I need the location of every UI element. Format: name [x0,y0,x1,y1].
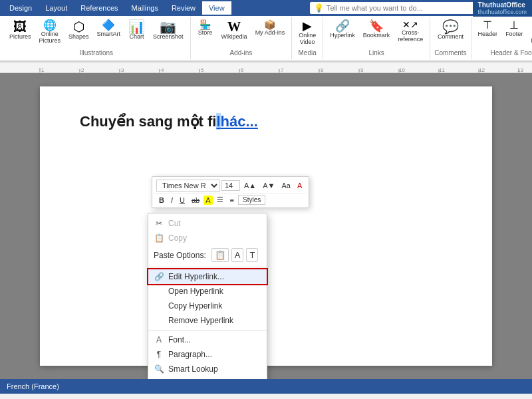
decrease-font-button[interactable]: A▼ [260,181,277,190]
context-menu-divider-2 [148,330,267,331]
text-before: Chuyển sang một fi [80,113,216,130]
bullets-button[interactable]: ☰ [214,195,226,205]
header-button[interactable]: ⊤ Header [475,19,501,39]
svg-text:10: 10 [399,67,405,73]
cross-reference-button[interactable]: ✕↗ Cross-reference [395,19,426,44]
svg-text:1: 1 [41,67,45,73]
wikipedia-button[interactable]: W Wikipedia [219,19,250,41]
paste-text-only-button[interactable]: T [246,248,258,262]
edit-hyperlink-menu-item[interactable]: 🔗 Edit Hyperlink... [148,269,267,284]
text-after: hác... [221,113,258,130]
search-lightbulb-icon: 💡 [314,3,324,13]
change-case-button[interactable]: Aa [279,181,293,190]
comment-button[interactable]: 💬 Comment [435,19,466,41]
ruler: 1 2 3 4 5 6 7 8 9 10 11 12 13 [0,61,532,73]
ribbon-group-comments: 💬 Comment Comments [430,17,471,59]
shapes-button[interactable]: ⬡ Shapes [66,19,92,41]
mini-toolbar-row2: B I U ab A ☰ ≡ Styles [154,194,307,206]
screenshot-button[interactable]: 📷 Screenshot [150,19,186,41]
my-addins-button[interactable]: 📦 My Add-ins [253,19,288,37]
underline-button[interactable]: U [177,196,188,205]
remove-hyperlink-menu-item[interactable]: Remove Hyperlink [148,313,267,328]
illustrations-group-label: Illustrations [80,49,114,58]
tab-view[interactable]: View [202,1,231,15]
cut-label: Cut [168,219,260,228]
ribbon-body: 🖼 Pictures 🌐 OnlinePictures ⬡ Shapes 🔷 S… [0,16,532,61]
font-size-input[interactable] [221,180,240,191]
open-hyperlink-menu-item[interactable]: Open Hyperlink [148,284,267,299]
bold-button[interactable]: B [156,196,167,205]
tab-design[interactable]: Design [3,1,39,15]
footer-button[interactable]: ⊥ Footer [503,19,525,39]
copy-label: Copy [168,233,260,243]
context-menu-divider-1 [148,267,267,267]
shapes-label: Shapes [68,33,89,40]
header-footer-group-label: Header & Footer [490,49,532,58]
svg-text:2: 2 [81,67,84,73]
smart-lookup-menu-item[interactable]: 🔍 Smart Lookup [148,362,267,376]
paragraph-label: Paragraph... [168,350,260,359]
footer-label: Footer [505,31,523,37]
cross-reference-label: Cross-reference [398,29,423,43]
status-bar: French (France) [0,379,532,394]
links-group-label: Links [369,49,384,58]
highlight-button[interactable]: A [203,196,212,205]
cut-menu-item[interactable]: ✂ Cut [148,216,267,231]
synonyms-menu-item[interactable]: Synonyms ▶ [148,376,267,379]
font-menu-item[interactable]: A Font... [148,332,267,347]
copy-hyperlink-menu-item[interactable]: Copy Hyperlink [148,299,267,313]
screenshot-label: Screenshot [153,33,184,40]
svg-text:4: 4 [161,67,164,73]
font-color-button[interactable]: A [295,181,305,190]
logo-area: ThuthuatOffice thuthuatoffice.com [473,0,532,17]
my-addins-label: My Add-ins [255,29,285,36]
pictures-label: Pictures [9,33,31,40]
font-icon: A [154,335,164,344]
logo-sub: thuthuatoffice.com [478,9,527,15]
hyperlink-button[interactable]: 🔗 Hyperlink [327,19,358,40]
numbering-button[interactable]: ≡ [227,196,237,205]
online-video-button[interactable]: ▶ OnlineVideo [296,19,319,47]
smart-lookup-icon: 🔍 [154,364,164,374]
paste-merge-button[interactable]: A [231,248,244,262]
tab-references[interactable]: References [74,1,124,15]
smartart-label: SmartArt [97,31,121,37]
ribbon-tabs: Design Layout References Mailings Review… [0,1,234,15]
online-pictures-button[interactable]: 🌐 OnlinePictures [37,19,64,45]
tab-mailings[interactable]: Mailings [125,1,165,15]
svg-text:3: 3 [121,67,124,73]
increase-font-button[interactable]: A▲ [241,181,259,190]
pictures-button[interactable]: 🖼 Pictures [7,19,34,41]
paragraph-menu-item[interactable]: ¶ Paragraph... [148,347,267,362]
svg-text:9: 9 [360,67,364,73]
bookmark-button[interactable]: 🔖 Bookmark [360,19,393,40]
font-label: Font... [168,335,260,344]
tab-layout[interactable]: Layout [39,1,74,15]
logo-main: ThuthuatOffice [478,1,527,9]
chart-button[interactable]: 📊 Chart [126,19,148,41]
strikethrough-button[interactable]: ab [189,196,202,205]
smartart-button[interactable]: 🔷 SmartArt [94,19,124,39]
mini-toolbar: Times New R A▲ A▼ Aa A B I U ab A ☰ ≡ St… [152,176,309,208]
chart-icon: 📊 [128,20,145,33]
styles-button[interactable]: Styles [238,195,265,205]
italic-button[interactable]: I [168,196,176,205]
font-selector[interactable]: Times New R [156,180,220,192]
hyperlink-icon: 🔗 [335,20,350,32]
tab-review[interactable]: Review [165,1,202,15]
bookmark-label: Bookmark [363,32,390,39]
paste-keep-source-button[interactable]: 📋 [211,248,229,262]
context-menu: ✂ Cut 📋 Copy Paste Options: 📋 A T 🔗 Edit… [148,213,267,379]
copy-menu-item[interactable]: 📋 Copy [148,231,267,245]
my-addins-icon: 📦 [264,20,275,29]
page-number-button[interactable]: # PageNumber [528,19,532,45]
footer-icon: ⊥ [509,20,519,31]
remove-hyperlink-label: Remove Hyperlink [168,316,260,325]
media-group-label: Media [299,49,317,58]
svg-rect-1 [0,61,532,63]
store-button[interactable]: 🏪 Store [195,19,216,37]
ribbon-group-links: 🔗 Hyperlink 🔖 Bookmark ✕↗ Cross-referenc… [323,17,430,59]
ribbon-group-header-footer: ⊤ Header ⊥ Footer # PageNumber Header & … [471,17,532,59]
online-video-icon: ▶ [303,20,312,32]
mini-toolbar-row1: Times New R A▲ A▼ Aa A [154,178,307,194]
